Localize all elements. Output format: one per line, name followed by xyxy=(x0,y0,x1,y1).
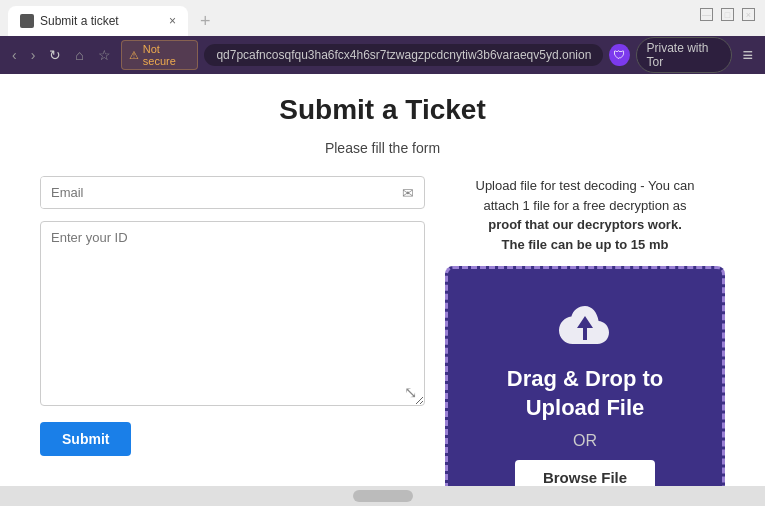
drop-zone[interactable]: Drag & Drop to Upload File OR Browse Fil… xyxy=(445,266,725,486)
id-textarea[interactable] xyxy=(40,221,425,406)
menu-button[interactable]: ≡ xyxy=(738,45,757,66)
resize-icon: ⤡ xyxy=(404,383,417,402)
browse-file-button[interactable]: Browse File xyxy=(515,460,655,486)
close-window-button[interactable]: × xyxy=(742,8,755,21)
upload-cloud-icon xyxy=(557,299,613,355)
home-button[interactable]: ⌂ xyxy=(71,45,87,65)
bookmark-button[interactable]: ☆ xyxy=(94,45,115,65)
page-content: Submit a Ticket Please fill the form ✉ ⤡… xyxy=(0,74,765,486)
submit-button[interactable]: Submit xyxy=(40,422,131,456)
security-badge: ⚠ Not secure xyxy=(121,40,199,70)
upload-info-line3: proof that our decryptors work. xyxy=(488,217,682,232)
private-tor-badge: Private with Tor xyxy=(636,37,733,73)
or-label: OR xyxy=(573,432,597,450)
tab-title: Submit a ticket xyxy=(40,14,119,28)
reload-button[interactable]: ↻ xyxy=(45,45,65,65)
forward-button[interactable]: › xyxy=(27,45,40,65)
address-bar[interactable]: qd7pcafncosqfqu3ha6fcx4h6sr7tzwagzpcdcny… xyxy=(204,44,603,66)
security-label: Not secure xyxy=(143,43,191,67)
warning-icon: ⚠ xyxy=(129,49,139,62)
upload-info-line2: attach 1 file for a free decryption as xyxy=(483,198,686,213)
upload-info: Upload file for test decoding - You can … xyxy=(445,176,725,254)
form-upload-row: ✉ ⤡ Submit Upload file for test decoding… xyxy=(40,176,725,486)
upload-section: Upload file for test decoding - You can … xyxy=(445,176,725,486)
new-tab-button[interactable]: + xyxy=(192,11,219,32)
form-section: ✉ ⤡ Submit xyxy=(40,176,425,456)
private-tor-label: Private with Tor xyxy=(647,41,722,69)
email-field-wrap: ✉ xyxy=(40,176,425,209)
page-subtitle: Please fill the form xyxy=(40,140,725,156)
upload-info-line1: Upload file for test decoding - You can xyxy=(476,178,695,193)
active-tab[interactable]: Submit a ticket × xyxy=(8,6,188,36)
textarea-wrap: ⤡ xyxy=(40,221,425,410)
bottom-scrollbar[interactable] xyxy=(0,486,765,506)
drop-zone-text: Drag & Drop to Upload File xyxy=(468,365,702,422)
email-icon: ✉ xyxy=(392,185,424,201)
tab-favicon xyxy=(20,14,34,28)
scroll-thumb[interactable] xyxy=(353,490,413,502)
upload-info-line4: The file can be up to 15 mb xyxy=(502,237,669,252)
maximize-button[interactable]: □ xyxy=(721,8,734,21)
minimize-button[interactable]: — xyxy=(700,8,713,21)
address-text: qd7pcafncosqfqu3ha6fcx4h6sr7tzwagzpcdcny… xyxy=(216,48,591,62)
tor-shield-icon: 🛡 xyxy=(609,44,629,66)
email-input[interactable] xyxy=(41,177,392,208)
page-title: Submit a Ticket xyxy=(40,94,725,126)
back-button[interactable]: ‹ xyxy=(8,45,21,65)
tab-close-button[interactable]: × xyxy=(169,14,176,28)
